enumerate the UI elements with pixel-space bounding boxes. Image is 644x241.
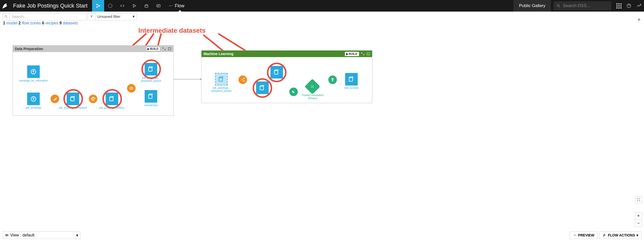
svg-point-21 bbox=[313, 85, 314, 86]
zone-header-data-prep[interactable]: Data Preparation ▶ BUILD bbox=[13, 46, 173, 52]
dataset-label[interactable]: job_postings_ prepared_joined bbox=[206, 86, 236, 92]
search-icon bbox=[3, 13, 10, 20]
svg-point-0 bbox=[96, 4, 97, 5]
flow-search[interactable] bbox=[3, 13, 87, 20]
zone-collapse-icon[interactable] bbox=[162, 47, 166, 51]
activity-icon[interactable] bbox=[634, 0, 644, 12]
search-icon bbox=[556, 4, 560, 8]
svg-point-23 bbox=[313, 87, 314, 88]
nav-code-icon[interactable] bbox=[116, 0, 128, 12]
view-label: View : default bbox=[10, 233, 34, 237]
dataset-ref-prepared-joined[interactable] bbox=[215, 73, 228, 86]
svg-rect-17 bbox=[367, 53, 369, 55]
svg-point-24 bbox=[312, 86, 313, 87]
zone-title: Machine Learning bbox=[204, 52, 233, 56]
zone-build-button[interactable]: ▶ BUILD bbox=[345, 52, 359, 56]
collapse-right-panel-icon[interactable] bbox=[635, 16, 642, 23]
apps-menu-icon[interactable] bbox=[614, 0, 624, 12]
project-title[interactable]: Fake Job Postings Quick Start bbox=[12, 3, 92, 9]
chevron-down-icon: ▾ bbox=[131, 14, 137, 19]
svg-point-11 bbox=[5, 15, 7, 17]
fullscreen-button[interactable] bbox=[635, 196, 642, 203]
filter-dropdown[interactable]: Unsaved filter ▾ bbox=[88, 13, 137, 20]
flow-tab-caret bbox=[178, 10, 181, 12]
recipe-prepare[interactable] bbox=[51, 95, 59, 103]
svg-point-25 bbox=[6, 235, 7, 236]
dataset-label[interactable]: job_postings_prepared bbox=[58, 106, 88, 109]
svg-point-1 bbox=[96, 7, 97, 7]
nav-wiki-icon[interactable] bbox=[152, 0, 165, 12]
svg-point-3 bbox=[108, 4, 112, 8]
chevron-down-icon: ▾ bbox=[636, 233, 638, 237]
zoom-in-button[interactable]: + bbox=[635, 213, 642, 220]
nav-export-icon[interactable] bbox=[140, 0, 152, 12]
zoom-controls: + − bbox=[635, 212, 642, 227]
datasets-link[interactable]: datasets bbox=[63, 21, 78, 25]
dataset-test[interactable] bbox=[256, 82, 269, 94]
datasets-count: 9 bbox=[59, 21, 62, 25]
dataset-unmatched[interactable] bbox=[145, 90, 157, 103]
dataset-prepared-joined[interactable] bbox=[145, 63, 157, 75]
zone-title: Data Preparation bbox=[15, 47, 43, 51]
models-count: 1 bbox=[3, 21, 5, 25]
recipe-python[interactable] bbox=[89, 95, 97, 103]
dataset-label[interactable]: earnings_by_education bbox=[18, 79, 49, 82]
annotation-title: Intermediate datasets bbox=[138, 28, 206, 34]
app-logo[interactable] bbox=[0, 0, 12, 12]
svg-point-9 bbox=[557, 5, 559, 7]
svg-rect-5 bbox=[157, 5, 160, 7]
zone-maximize-icon[interactable] bbox=[168, 47, 171, 51]
svg-point-22 bbox=[311, 87, 312, 88]
dataset-train[interactable] bbox=[270, 66, 283, 78]
global-search[interactable] bbox=[553, 1, 611, 10]
nav-flow-icon[interactable] bbox=[92, 0, 104, 12]
chevron-up-icon bbox=[573, 233, 577, 237]
svg-rect-12 bbox=[168, 48, 171, 50]
models-link[interactable]: model bbox=[6, 21, 17, 25]
zone-header-ml[interactable]: Machine Learning ▶ BUILD bbox=[202, 51, 372, 57]
svg-point-6 bbox=[169, 6, 170, 6]
zones-link[interactable]: flow zones bbox=[22, 21, 41, 25]
dataset-label[interactable]: test_scored bbox=[336, 86, 367, 89]
dataset-label[interactable]: job_postings bbox=[18, 106, 49, 109]
bottom-bar: View : default ▾ PREVIEW FLOW ACTIONS ▾ bbox=[0, 229, 644, 241]
svg-point-20 bbox=[311, 85, 312, 86]
recipe-split[interactable] bbox=[238, 75, 247, 84]
dataset-test-scored[interactable] bbox=[345, 73, 358, 86]
filter-label: Unsaved filter bbox=[95, 14, 131, 19]
zones-count: 2 bbox=[18, 21, 21, 25]
recipes-link[interactable]: recipes bbox=[45, 21, 58, 25]
eye-icon bbox=[5, 233, 9, 237]
zone-build-button[interactable]: ▶ BUILD bbox=[146, 47, 160, 51]
filter-bar: Unsaved filter ▾ bbox=[0, 12, 644, 20]
filter-icon bbox=[88, 13, 95, 20]
public-gallery-button[interactable]: Public Gallery bbox=[513, 0, 551, 12]
chevron-down-icon: ▾ bbox=[76, 233, 78, 238]
view-dropdown[interactable]: View : default ▾ bbox=[3, 231, 80, 239]
flow-search-input[interactable] bbox=[10, 14, 86, 19]
dataset-earnings-by-education[interactable] bbox=[27, 65, 40, 78]
preview-button[interactable]: PREVIEW bbox=[570, 231, 598, 239]
nav-dashboard-icon[interactable] bbox=[104, 0, 116, 12]
flow-actions-button[interactable]: FLOW ACTIONS ▾ bbox=[599, 231, 641, 239]
help-icon[interactable] bbox=[624, 0, 634, 12]
model-label[interactable]: Predict fraudulent (binary) bbox=[296, 94, 329, 100]
flow-canvas[interactable]: Intermediate datasets Data Preparation ▶… bbox=[0, 28, 644, 228]
svg-rect-4 bbox=[145, 5, 148, 7]
dataset-label[interactable]: job_postings_python bbox=[97, 106, 127, 109]
zoom-out-button[interactable]: − bbox=[635, 220, 642, 227]
dataset-label[interactable]: job_postings_ prepared_joined bbox=[136, 76, 166, 82]
recipes-count: 6 bbox=[42, 21, 44, 25]
recipe-join[interactable] bbox=[127, 84, 136, 93]
dataset-job-postings-prepared[interactable] bbox=[67, 93, 79, 105]
flow-summary: 1 model 2 flow zones 6 recipes 9 dataset… bbox=[0, 20, 644, 25]
zone-collapse-icon[interactable] bbox=[361, 52, 365, 56]
zone-maximize-icon[interactable] bbox=[367, 52, 370, 56]
dataset-job-postings[interactable] bbox=[27, 93, 40, 105]
svg-point-7 bbox=[170, 6, 171, 6]
dataset-label[interactable]: unmatched bbox=[136, 104, 166, 107]
recipe-score[interactable] bbox=[328, 75, 337, 84]
nav-run-icon[interactable] bbox=[128, 0, 140, 12]
global-search-input[interactable] bbox=[563, 3, 608, 8]
dataset-job-postings-python[interactable] bbox=[106, 93, 118, 105]
